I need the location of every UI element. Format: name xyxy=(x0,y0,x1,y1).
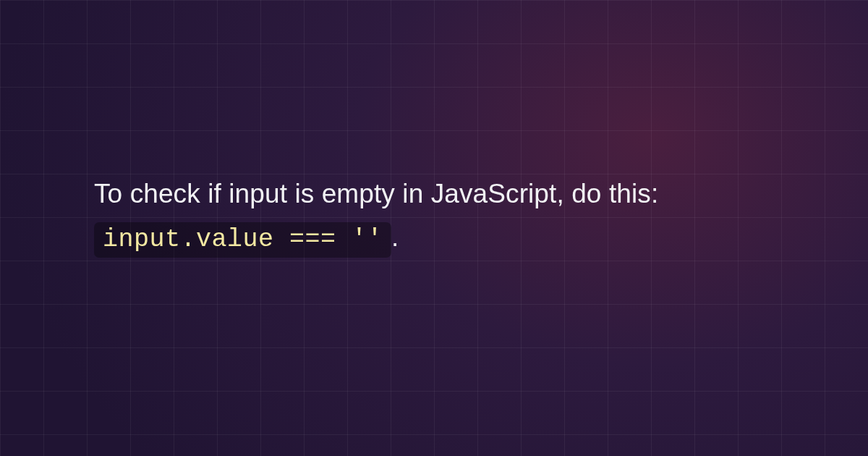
text-before: To check if input is empty in JavaScript… xyxy=(94,179,658,208)
card-text: To check if input is empty in JavaScript… xyxy=(94,172,774,261)
text-after: . xyxy=(391,222,399,252)
code-snippet: input.value === '' xyxy=(94,222,391,258)
